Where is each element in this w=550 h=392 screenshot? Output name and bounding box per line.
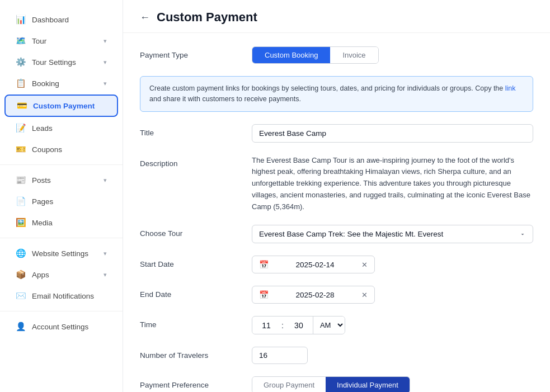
chevron-down-icon: ▾ — [104, 80, 107, 87]
chevron-down-icon: ▾ — [104, 177, 107, 184]
divider — [0, 164, 123, 165]
time-separator: : — [280, 321, 285, 330]
sidebar-item-label: Posts — [32, 176, 51, 185]
sidebar-item-leads[interactable]: 📝 Leads — [4, 118, 118, 138]
travelers-label: Number of Travelers — [140, 347, 241, 360]
time-label: Time — [140, 316, 241, 329]
sidebar-item-label: Media — [32, 219, 53, 227]
sidebar-item-tour[interactable]: 🗺️ Tour ▾ — [4, 31, 118, 51]
calendar-icon: 📅 — [259, 260, 269, 269]
sidebar-item-label: Booking — [32, 79, 59, 88]
sidebar-item-posts[interactable]: 📰 Posts ▾ — [4, 170, 118, 190]
coupons-icon: 🎫 — [16, 144, 26, 154]
time-field: : AM PM — [252, 316, 345, 334]
end-date-row: End Date 📅 2025-02-28 ✕ — [140, 286, 533, 304]
content-area: Payment Type Custom Booking Invoice Crea… — [123, 33, 550, 392]
invoice-btn[interactable]: Invoice — [330, 47, 378, 63]
sidebar-item-dashboard[interactable]: 📊 Dashboard — [4, 10, 118, 30]
title-input[interactable] — [252, 124, 533, 143]
sidebar-item-website-settings[interactable]: 🌐 Website Settings ▾ — [4, 243, 118, 263]
time-row: Time : AM PM — [140, 316, 533, 334]
start-date-row: Start Date 📅 2025-02-14 ✕ — [140, 256, 533, 273]
info-text2: and share it with customers to receive p… — [149, 95, 301, 103]
info-box: Create custom payment links for bookings… — [140, 76, 533, 112]
description-control: The Everest Base Camp Tour is an awe-ins… — [252, 155, 533, 213]
time-control: : AM PM — [252, 316, 533, 334]
info-link[interactable]: link — [505, 84, 516, 92]
clear-end-date-icon[interactable]: ✕ — [361, 291, 368, 299]
sidebar-item-media[interactable]: 🖼️ Media — [4, 212, 118, 233]
apps-icon: 📦 — [16, 270, 26, 280]
sidebar-item-account-settings[interactable]: 👤 Account Settings — [4, 317, 118, 337]
time-hour-input[interactable] — [252, 317, 280, 334]
account-icon: 👤 — [16, 322, 26, 332]
clear-start-date-icon[interactable]: ✕ — [361, 261, 368, 269]
chevron-down-icon: ▾ — [104, 37, 107, 45]
leads-icon: 📝 — [16, 123, 26, 133]
page-title: Custom Payment — [157, 10, 257, 25]
travelers-row: Number of Travelers — [140, 347, 533, 364]
dashboard-icon: 📊 — [16, 15, 26, 25]
group-payment-btn[interactable]: Group Payment — [252, 377, 326, 392]
end-date-control: 📅 2025-02-28 ✕ — [252, 286, 533, 304]
page-header: ← Custom Payment — [123, 0, 550, 33]
sidebar-item-label: Custom Payment — [33, 102, 95, 110]
chevron-down-icon: ▾ — [104, 59, 107, 66]
choose-tour-select[interactable]: Everest Base Camp Trek: See the Majestic… — [252, 225, 533, 243]
tour-icon: 🗺️ — [16, 36, 26, 46]
media-icon: 🖼️ — [16, 218, 26, 228]
title-control — [252, 124, 533, 143]
divider — [0, 238, 123, 238]
end-date-field[interactable]: 📅 2025-02-28 ✕ — [252, 286, 375, 304]
sidebar-item-label: Apps — [32, 271, 49, 279]
description-label: Description — [140, 155, 241, 168]
calendar-icon: 📅 — [259, 290, 269, 299]
travelers-input[interactable] — [252, 347, 308, 364]
sidebar-item-label: Pages — [32, 197, 53, 206]
travelers-control — [252, 347, 533, 364]
pages-icon: 📄 — [16, 196, 26, 206]
start-date-field[interactable]: 📅 2025-02-14 ✕ — [252, 256, 375, 273]
end-date-label: End Date — [140, 286, 241, 299]
sidebar-item-label: Dashboard — [32, 16, 69, 24]
sidebar-item-booking[interactable]: 📋 Booking ▾ — [4, 73, 118, 93]
sidebar-item-coupons[interactable]: 🎫 Coupons — [4, 139, 118, 159]
back-button[interactable]: ← — [140, 12, 150, 23]
sidebar: 📊 Dashboard 🗺️ Tour ▾ ⚙️ Tour Settings ▾… — [0, 0, 123, 392]
choose-tour-label: Choose Tour — [140, 225, 241, 238]
start-date-label: Start Date — [140, 256, 241, 268]
custom-booking-btn[interactable]: Custom Booking — [252, 47, 330, 63]
sidebar-item-pages[interactable]: 📄 Pages — [4, 191, 118, 211]
sidebar-item-label: Email Notifications — [32, 292, 94, 300]
payment-type-row: Payment Type Custom Booking Invoice — [140, 46, 533, 64]
payment-type-label: Payment Type — [140, 46, 241, 59]
divider — [0, 311, 123, 311]
title-row: Title — [140, 124, 533, 143]
main-content: ← Custom Payment Payment Type Custom Boo… — [123, 0, 550, 392]
time-minute-input[interactable] — [285, 317, 313, 334]
start-date-control: 📅 2025-02-14 ✕ — [252, 256, 533, 273]
start-date-value: 2025-02-14 — [295, 261, 334, 269]
payment-pref-label: Payment Preference — [140, 376, 241, 389]
sidebar-item-label: Account Settings — [32, 323, 88, 331]
ampm-select[interactable]: AM PM — [313, 317, 345, 334]
payment-type-toggle: Custom Booking Invoice — [252, 46, 379, 64]
individual-payment-btn[interactable]: Individual Payment — [326, 377, 410, 392]
chevron-down-icon: ▾ — [104, 250, 107, 257]
payment-type-control: Custom Booking Invoice — [252, 46, 533, 64]
sidebar-item-label: Leads — [32, 124, 53, 133]
sidebar-item-label: Tour — [32, 37, 46, 45]
posts-icon: 📰 — [16, 175, 26, 185]
choose-tour-control: Everest Base Camp Trek: See the Majestic… — [252, 225, 533, 243]
choose-tour-row: Choose Tour Everest Base Camp Trek: See … — [140, 225, 533, 243]
sidebar-item-custom-payment[interactable]: 💳 Custom Payment — [4, 95, 118, 117]
sidebar-item-label: Coupons — [32, 145, 62, 154]
sidebar-item-tour-settings[interactable]: ⚙️ Tour Settings ▾ — [4, 52, 118, 72]
sidebar-item-apps[interactable]: 📦 Apps ▾ — [4, 265, 118, 285]
payment-icon: 💳 — [17, 101, 27, 111]
chevron-down-icon: ▾ — [104, 271, 107, 278]
payment-pref-toggle: Group Payment Individual Payment — [252, 376, 410, 392]
sidebar-item-email-notifications[interactable]: ✉️ Email Notifications — [4, 286, 118, 306]
payment-pref-control: Group Payment Individual Payment Set the… — [252, 376, 533, 392]
email-icon: ✉️ — [16, 291, 26, 301]
